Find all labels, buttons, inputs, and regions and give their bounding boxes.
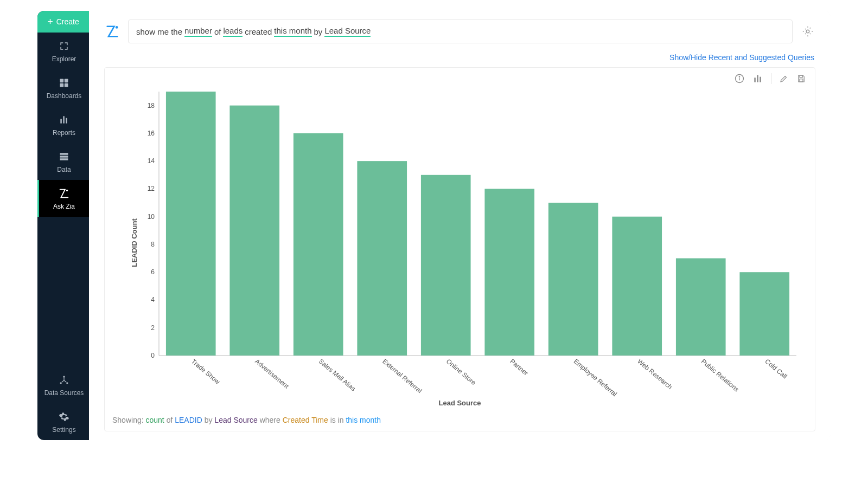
- sidebar-label: Data: [57, 166, 71, 173]
- bar[interactable]: [739, 272, 789, 356]
- x-tick-label: Cold Call: [763, 358, 788, 380]
- create-button[interactable]: + Create: [37, 11, 89, 33]
- x-tick-label: Trade Show: [190, 358, 221, 386]
- svg-point-9: [60, 382, 62, 384]
- bar[interactable]: [484, 189, 534, 356]
- svg-text:12: 12: [148, 185, 155, 192]
- sidebar-item-explorer[interactable]: Explorer: [37, 33, 89, 69]
- zia-icon: [58, 188, 70, 199]
- bar[interactable]: [293, 133, 343, 356]
- sidebar-item-dashboards[interactable]: Dashboards: [37, 69, 89, 106]
- sidebar-label: Dashboards: [47, 92, 82, 100]
- explorer-icon: [58, 40, 70, 52]
- save-icon[interactable]: [796, 74, 806, 83]
- bar[interactable]: [612, 217, 662, 356]
- sidebar: + Create Explorer Dashboards Reports: [37, 11, 89, 440]
- svg-rect-17: [757, 75, 758, 82]
- showing-thismonth: this month: [346, 416, 381, 424]
- svg-rect-19: [800, 75, 802, 77]
- settings-gear-icon[interactable]: [800, 24, 815, 39]
- showing-createdtime: Created Time: [283, 416, 328, 424]
- svg-rect-5: [63, 116, 65, 123]
- svg-rect-3: [65, 83, 68, 87]
- zia-logo-icon: [104, 23, 120, 40]
- sidebar-label: Data Sources: [44, 389, 84, 397]
- sidebar-item-reports[interactable]: Reports: [37, 106, 89, 143]
- datasources-icon: [58, 374, 70, 386]
- svg-rect-20: [800, 79, 803, 82]
- svg-rect-2: [60, 83, 64, 87]
- svg-rect-4: [60, 119, 62, 123]
- app-frame: + Create Explorer Dashboards Reports: [37, 11, 831, 440]
- svg-text:2: 2: [151, 324, 155, 332]
- sidebar-item-askzia[interactable]: Ask Zia: [37, 180, 89, 217]
- settings-icon: [58, 411, 70, 423]
- svg-text:4: 4: [151, 296, 155, 303]
- showing-summary: Showing: count of LEADID by Lead Source …: [105, 410, 815, 431]
- toolbar-separator: [771, 73, 771, 84]
- x-tick-label: Public Relations: [700, 358, 741, 393]
- sidebar-label: Settings: [52, 426, 75, 434]
- sidebar-item-settings[interactable]: Settings: [37, 403, 89, 440]
- showing-by: by: [205, 416, 213, 424]
- svg-point-8: [63, 376, 65, 378]
- query-token: Lead Source: [324, 26, 371, 37]
- x-tick-label: Partner: [508, 358, 529, 377]
- showing-leadsource: Lead Source: [214, 416, 257, 424]
- showing-where: where: [260, 416, 280, 424]
- nav-bottom: Data Sources Settings: [37, 366, 89, 440]
- svg-point-12: [806, 30, 809, 33]
- showing-of: of: [167, 416, 173, 424]
- bar-chart: 024681012141618Trade ShowAdvertisementSa…: [137, 86, 802, 399]
- svg-point-10: [66, 382, 68, 384]
- show-hide-queries-link[interactable]: Show/Hide Recent and Suggested Queries: [105, 53, 814, 62]
- showing-prefix: Showing:: [112, 416, 144, 424]
- bar[interactable]: [421, 175, 471, 356]
- svg-rect-16: [754, 77, 756, 82]
- sidebar-item-datasources[interactable]: Data Sources: [37, 366, 89, 403]
- bar[interactable]: [548, 203, 598, 356]
- reports-icon: [58, 114, 70, 126]
- create-label: Create: [56, 17, 79, 26]
- chart-toolbar: [105, 68, 815, 86]
- query-token: number: [184, 26, 212, 37]
- nav-items: Explorer Dashboards Reports Data: [37, 33, 89, 440]
- svg-text:14: 14: [148, 157, 155, 165]
- svg-text:6: 6: [151, 268, 155, 276]
- svg-rect-0: [60, 79, 64, 83]
- chart-card: LEADID Count 024681012141618Trade ShowAd…: [104, 67, 815, 431]
- svg-point-11: [116, 26, 118, 29]
- svg-point-15: [739, 76, 739, 77]
- svg-rect-18: [760, 77, 761, 82]
- query-token: of: [214, 27, 221, 36]
- chart-type-icon[interactable]: [752, 73, 763, 84]
- query-token: created: [245, 27, 272, 36]
- x-tick-label: Online Store: [445, 358, 477, 387]
- x-tick-label: Web Research: [636, 358, 674, 391]
- svg-text:18: 18: [148, 102, 155, 109]
- query-token: by: [314, 27, 323, 36]
- query-token: leads: [223, 26, 242, 37]
- x-axis-label: Lead Source: [105, 399, 815, 410]
- bar[interactable]: [229, 106, 279, 356]
- x-tick-label: Sales Mail Alias: [317, 358, 357, 393]
- info-icon[interactable]: [734, 73, 745, 84]
- bar[interactable]: [166, 92, 216, 356]
- bar[interactable]: [357, 161, 407, 356]
- showing-leadid: LEADID: [175, 416, 202, 424]
- svg-text:16: 16: [148, 130, 155, 137]
- plus-icon: +: [47, 16, 53, 28]
- edit-icon[interactable]: [779, 74, 789, 83]
- x-tick-label: External Referral: [381, 358, 423, 395]
- query-input[interactable]: show me the number of leads created this…: [128, 20, 793, 43]
- sidebar-label: Explorer: [52, 55, 76, 63]
- sidebar-item-data[interactable]: Data: [37, 143, 89, 180]
- showing-isin: is in: [330, 416, 344, 424]
- y-axis-label: LEADID Count: [130, 218, 138, 267]
- query-row: show me the number of leads created this…: [104, 20, 815, 43]
- svg-text:0: 0: [151, 352, 155, 359]
- chart-area: LEADID Count 024681012141618Trade ShowAd…: [105, 86, 815, 399]
- data-icon: [58, 151, 70, 163]
- query-token: this month: [274, 26, 311, 37]
- bar[interactable]: [676, 259, 726, 356]
